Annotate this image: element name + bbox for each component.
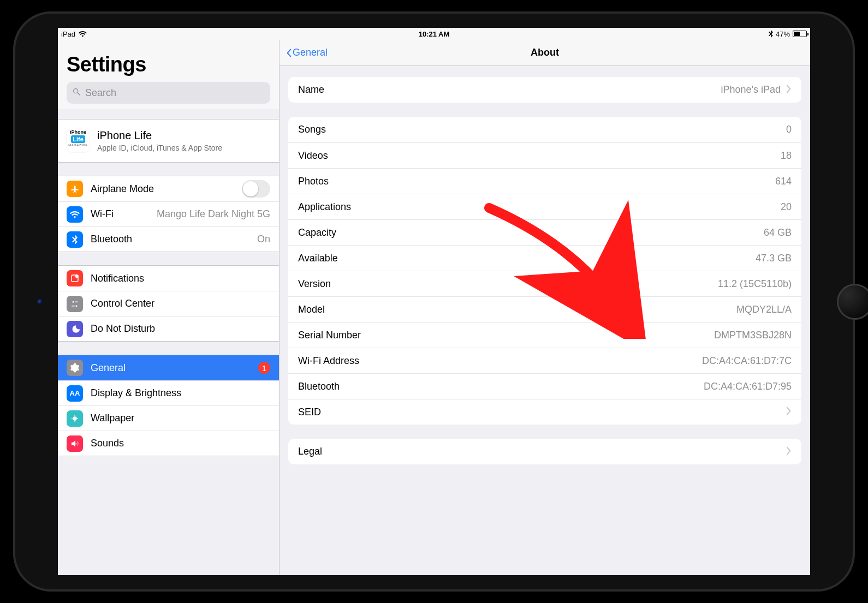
bluetooth-settings-icon xyxy=(67,231,83,248)
legal-label: Legal xyxy=(298,446,322,457)
about-videos-row: Videos 18 xyxy=(288,142,801,168)
about-seid-row[interactable]: SEID xyxy=(288,399,801,425)
about-version-row: Version 11.2 (15C5110b) xyxy=(288,271,801,296)
chevron-right-icon xyxy=(786,407,792,417)
model-label: Model xyxy=(298,304,325,315)
svg-point-6 xyxy=(76,305,78,307)
detail-pane: General About Name iPhone's iPad xyxy=(280,40,810,575)
sidebar-item-appleid[interactable]: iPhone Life MAGAZINE iPhone Life Apple I… xyxy=(58,120,279,162)
sounds-label: Sounds xyxy=(91,438,124,449)
sidebar-item-bluetooth[interactable]: Bluetooth On xyxy=(58,226,279,252)
airplane-icon xyxy=(67,181,83,197)
svg-rect-5 xyxy=(75,301,78,302)
serial-label: Serial Number xyxy=(298,330,361,341)
photos-label: Photos xyxy=(298,176,329,187)
apps-label: Applications xyxy=(298,201,351,213)
about-apps-row: Applications 20 xyxy=(288,194,801,219)
wifi-icon xyxy=(79,31,87,37)
about-photos-row: Photos 614 xyxy=(288,168,801,194)
notifications-icon xyxy=(67,270,83,286)
videos-value: 18 xyxy=(781,150,792,162)
svg-rect-7 xyxy=(72,306,75,307)
btaddr-value: DC:A4:CA:61:D7:95 xyxy=(704,381,792,392)
version-value: 11.2 (15C5110b) xyxy=(718,278,792,290)
chevron-right-icon xyxy=(786,85,792,95)
chevron-right-icon xyxy=(786,446,792,457)
about-wifiaddr-row: Wi-Fi Address DC:A4:CA:61:D7:7C xyxy=(288,348,801,373)
photos-value: 614 xyxy=(775,176,792,187)
appleid-subtitle: Apple ID, iCloud, iTunes & App Store xyxy=(97,144,222,152)
sidebar-item-notifications[interactable]: Notifications xyxy=(58,266,279,291)
home-button[interactable] xyxy=(837,284,868,320)
settings-sidebar: Settings Search iPhone Life xyxy=(58,40,280,575)
available-value: 47.3 GB xyxy=(756,253,792,264)
status-device-label: iPad xyxy=(61,30,75,38)
about-name-label: Name xyxy=(298,84,324,95)
search-input[interactable]: Search xyxy=(67,82,270,104)
back-label: General xyxy=(293,47,328,58)
about-name-row[interactable]: Name iPhone's iPad xyxy=(288,77,801,103)
appleid-name: iPhone Life xyxy=(97,129,222,142)
about-songs-row: Songs 0 xyxy=(288,117,801,142)
sidebar-item-wallpaper[interactable]: Wallpaper xyxy=(58,405,279,431)
bluetooth-label: Bluetooth xyxy=(91,234,132,245)
sidebar-item-airplane[interactable]: Airplane Mode xyxy=(58,176,279,201)
appleid-avatar: iPhone Life MAGAZINE xyxy=(67,129,90,152)
front-camera xyxy=(37,299,43,305)
screen: iPad 10:21 AM 47% Settings xyxy=(58,28,810,575)
about-capacity-row: Capacity 64 GB xyxy=(288,219,801,245)
status-bar: iPad 10:21 AM 47% xyxy=(58,28,810,40)
bluetooth-icon xyxy=(769,30,773,38)
dnd-label: Do Not Disturb xyxy=(91,323,155,335)
svg-point-3 xyxy=(75,274,79,278)
available-label: Available xyxy=(298,253,338,264)
svg-point-8 xyxy=(73,416,77,421)
svg-point-0 xyxy=(74,88,78,93)
wallpaper-icon xyxy=(67,410,83,427)
about-name-value: iPhone's iPad xyxy=(721,84,781,95)
sidebar-item-general[interactable]: General 1 xyxy=(58,355,279,380)
svg-line-1 xyxy=(78,93,80,95)
general-icon xyxy=(67,360,83,376)
version-label: Version xyxy=(298,278,331,290)
songs-label: Songs xyxy=(298,124,326,135)
search-icon xyxy=(72,87,81,99)
videos-label: Videos xyxy=(298,150,328,162)
songs-value: 0 xyxy=(786,124,792,135)
status-time: 10:21 AM xyxy=(419,30,450,38)
model-value: MQDY2LL/A xyxy=(736,304,792,315)
sidebar-item-dnd[interactable]: Do Not Disturb xyxy=(58,316,279,341)
serial-value: DMPTM3SBJ28N xyxy=(714,330,792,341)
dnd-icon xyxy=(67,321,83,337)
wifiaddr-value: DC:A4:CA:61:D7:7C xyxy=(702,355,792,367)
chevron-left-icon xyxy=(286,49,292,57)
about-legal-row[interactable]: Legal xyxy=(288,439,801,464)
control-center-label: Control Center xyxy=(91,298,154,309)
bluetooth-value: On xyxy=(257,234,270,245)
about-serial-row: Serial Number DMPTM3SBJ28N xyxy=(288,322,801,348)
airplane-label: Airplane Mode xyxy=(91,183,154,195)
wifi-settings-icon xyxy=(67,206,83,223)
notifications-label: Notifications xyxy=(91,273,144,284)
capacity-label: Capacity xyxy=(298,227,336,238)
status-battery-pct: 47% xyxy=(776,30,790,38)
airplane-toggle[interactable] xyxy=(242,180,270,198)
svg-point-4 xyxy=(73,301,74,302)
sidebar-item-sounds[interactable]: Sounds xyxy=(58,431,279,456)
display-icon: AA xyxy=(67,385,83,402)
capacity-value: 64 GB xyxy=(764,227,792,238)
sidebar-item-display[interactable]: AA Display & Brightness xyxy=(58,380,279,405)
sidebar-item-control-center[interactable]: Control Center xyxy=(58,291,279,316)
back-button[interactable]: General xyxy=(286,47,328,58)
wifi-label: Wi-Fi xyxy=(91,208,114,220)
battery-icon xyxy=(793,31,807,37)
detail-title: About xyxy=(531,47,559,58)
control-center-icon xyxy=(67,296,83,312)
display-label: Display & Brightness xyxy=(91,387,181,399)
wifiaddr-label: Wi-Fi Address xyxy=(298,355,359,367)
about-model-row: Model MQDY2LL/A xyxy=(288,296,801,322)
about-btaddr-row: Bluetooth DC:A4:CA:61:D7:95 xyxy=(288,373,801,399)
sidebar-item-wifi[interactable]: Wi-Fi Mango Life Dark Night 5G xyxy=(58,201,279,226)
sounds-icon xyxy=(67,435,83,452)
wifi-value: Mango Life Dark Night 5G xyxy=(157,208,270,220)
